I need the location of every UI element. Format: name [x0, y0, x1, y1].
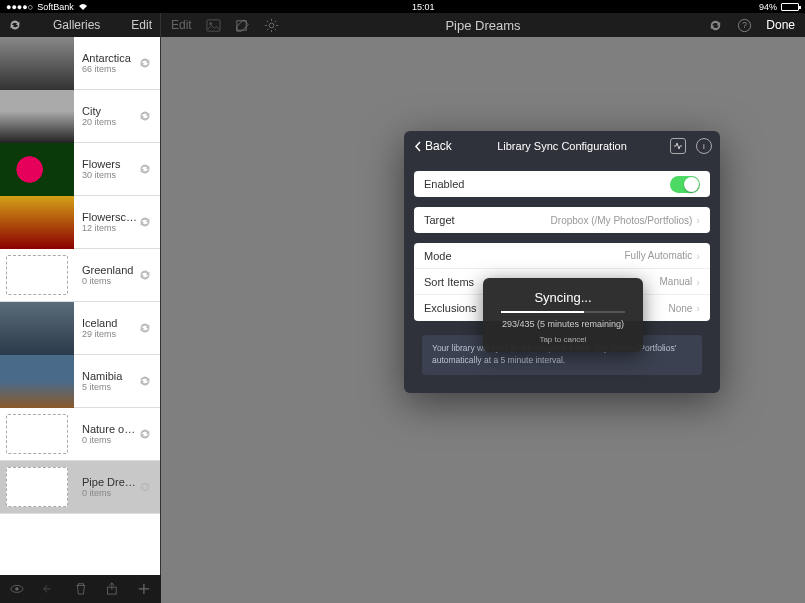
gallery-count: 12 items [82, 223, 138, 233]
mode-row[interactable]: Mode Fully Automatic› [414, 243, 710, 269]
target-group: Target Dropbox (/My Photos/Portfolios)› [414, 207, 710, 233]
gallery-count: 0 items [82, 488, 138, 498]
carrier-label: SoftBank [37, 2, 74, 12]
enabled-label: Enabled [424, 178, 464, 190]
gallery-count: 0 items [82, 276, 138, 286]
activity-icon[interactable] [670, 138, 686, 154]
bottom-toolbar [0, 575, 161, 603]
gallery-item[interactable]: Iceland29 items [0, 302, 160, 355]
gallery-info: Pipe Dre…0 items [74, 476, 138, 498]
chevron-right-icon: › [696, 214, 700, 226]
gallery-count: 20 items [82, 117, 138, 127]
gallery-item[interactable]: Namibia5 items [0, 355, 160, 408]
exclusions-label: Exclusions [424, 302, 477, 314]
content-area: Edit Pipe Dreams ? Done Back Library Syn… [161, 13, 805, 588]
gallery-count: 66 items [82, 64, 138, 74]
gallery-thumbnail [0, 355, 74, 408]
gallery-item[interactable]: City20 items [0, 90, 160, 143]
gallery-count: 5 items [82, 382, 138, 392]
gallery-thumbnail [0, 196, 74, 249]
sync-icon[interactable] [138, 268, 152, 282]
gallery-title: Iceland [82, 317, 138, 329]
enabled-toggle[interactable] [670, 176, 700, 193]
gallery-thumbnail [0, 90, 74, 143]
content-header: Edit Pipe Dreams ? Done [161, 13, 805, 37]
gallery-count: 30 items [82, 170, 138, 180]
gallery-info: Iceland29 items [74, 317, 138, 339]
gallery-thumbnail [6, 255, 68, 295]
sync-icon[interactable] [138, 56, 152, 70]
target-label: Target [424, 214, 455, 226]
svg-rect-0 [207, 19, 220, 30]
galleries-label: Galleries [22, 18, 131, 32]
enabled-group: Enabled [414, 171, 710, 197]
gallery-info: City20 items [74, 105, 138, 127]
chevron-right-icon: › [696, 250, 700, 262]
back-button[interactable]: Back [404, 139, 452, 153]
sync-icon[interactable] [138, 321, 152, 335]
enabled-row[interactable]: Enabled [414, 171, 710, 197]
eye-icon[interactable] [10, 582, 24, 596]
gallery-thumbnail [6, 467, 68, 507]
sort-value: Manual [660, 276, 693, 287]
wifi-icon [78, 3, 88, 11]
undo-icon[interactable] [42, 582, 56, 596]
gallery-item[interactable]: Flowers30 items [0, 143, 160, 196]
trash-icon[interactable] [74, 582, 88, 596]
chevron-right-icon: › [696, 276, 700, 288]
svg-point-1 [209, 22, 212, 25]
exclusions-value: None [668, 303, 692, 314]
sync-icon[interactable] [138, 215, 152, 229]
gallery-thumbnail [0, 37, 74, 90]
sync-icon[interactable] [138, 374, 152, 388]
page-title: Pipe Dreams [445, 18, 520, 33]
done-button[interactable]: Done [766, 18, 795, 32]
gear-icon[interactable] [264, 18, 279, 33]
gallery-thumbnail [0, 302, 74, 355]
share-icon[interactable] [105, 582, 119, 596]
gallery-item[interactable]: Nature of…0 items [0, 408, 160, 461]
status-time: 15:01 [412, 2, 435, 12]
sidebar-header: Galleries Edit [0, 13, 160, 37]
gallery-thumbnail [6, 414, 68, 454]
svg-text:i: i [703, 142, 705, 151]
info-icon[interactable]: i [696, 138, 712, 154]
modal-title: Library Sync Configuration [497, 140, 627, 152]
gallery-item[interactable]: Flowersc…12 items [0, 196, 160, 249]
svg-text:?: ? [742, 20, 747, 30]
gallery-item[interactable]: Antarctica66 items [0, 37, 160, 90]
target-row[interactable]: Target Dropbox (/My Photos/Portfolios)› [414, 207, 710, 233]
image-icon[interactable] [206, 18, 221, 33]
gallery-list[interactable]: Antarctica66 itemsCity20 itemsFlowers30 … [0, 37, 160, 588]
signal-dots: ●●●●○ [6, 2, 33, 12]
sync-icon[interactable] [138, 162, 152, 176]
content-edit-button[interactable]: Edit [171, 18, 192, 32]
sync-progress-text: 293/435 (5 minutes remaining) [493, 319, 633, 329]
sidebar: Galleries Edit Antarctica66 itemsCity20 … [0, 13, 161, 588]
add-icon[interactable] [137, 582, 151, 596]
sync-cancel-text: Tap to cancel [493, 335, 633, 344]
sync-icon[interactable] [8, 18, 22, 32]
compose-icon[interactable] [235, 18, 250, 33]
sync-title: Syncing... [493, 290, 633, 305]
help-icon[interactable]: ? [737, 18, 752, 33]
sync-config-modal: Back Library Sync Configuration i Enable… [404, 131, 720, 393]
gallery-item[interactable]: Greenland0 items [0, 249, 160, 302]
gallery-title: Nature of… [82, 423, 138, 435]
battery-pct: 94% [759, 2, 777, 12]
gallery-title: Antarctica [82, 52, 138, 64]
gallery-title: Greenland [82, 264, 138, 276]
sidebar-edit-button[interactable]: Edit [131, 18, 152, 32]
battery-icon [781, 3, 799, 11]
gallery-item[interactable]: Pipe Dre…0 items [0, 461, 160, 514]
sync-icon[interactable] [138, 109, 152, 123]
gallery-info: Namibia5 items [74, 370, 138, 392]
sync-popup[interactable]: Syncing... 293/435 (5 minutes remaining)… [483, 278, 643, 352]
gallery-title: Flowers [82, 158, 138, 170]
mode-value: Fully Automatic [625, 250, 693, 261]
sync-icon[interactable] [138, 427, 152, 441]
gallery-count: 29 items [82, 329, 138, 339]
refresh-icon[interactable] [708, 18, 723, 33]
gallery-title: Namibia [82, 370, 138, 382]
sync-icon[interactable] [138, 480, 152, 494]
